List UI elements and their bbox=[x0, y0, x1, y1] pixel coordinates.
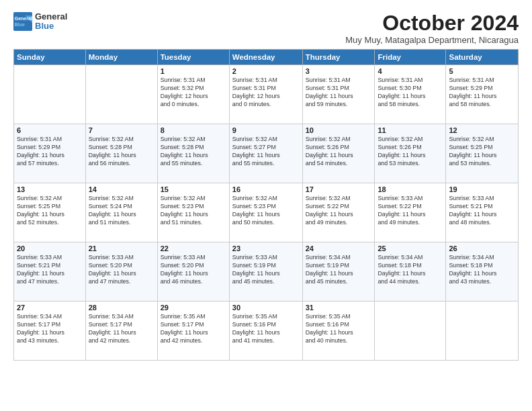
calendar-header-saturday: Saturday bbox=[446, 50, 519, 65]
calendar-cell: 5Sunrise: 5:31 AM Sunset: 5:29 PM Daylig… bbox=[446, 65, 519, 124]
logo-icon: General Blue bbox=[13, 12, 32, 31]
day-number: 2 bbox=[232, 67, 300, 75]
svg-text:Blue: Blue bbox=[15, 22, 25, 27]
day-info: Sunrise: 5:32 AM Sunset: 5:24 PM Dayligh… bbox=[89, 195, 154, 227]
calendar-header-sunday: Sunday bbox=[14, 50, 86, 65]
day-number: 27 bbox=[17, 304, 83, 312]
calendar-cell: 9Sunrise: 5:32 AM Sunset: 5:27 PM Daylig… bbox=[229, 124, 302, 183]
logo: General Blue General Blue bbox=[13, 12, 67, 32]
day-number: 14 bbox=[89, 185, 154, 193]
day-info: Sunrise: 5:32 AM Sunset: 5:26 PM Dayligh… bbox=[306, 136, 372, 168]
day-info: Sunrise: 5:34 AM Sunset: 5:17 PM Dayligh… bbox=[89, 313, 154, 345]
day-info: Sunrise: 5:32 AM Sunset: 5:25 PM Dayligh… bbox=[449, 136, 515, 168]
day-info: Sunrise: 5:34 AM Sunset: 5:19 PM Dayligh… bbox=[306, 254, 372, 286]
calendar-cell: 6Sunrise: 5:31 AM Sunset: 5:29 PM Daylig… bbox=[14, 124, 86, 183]
day-number: 29 bbox=[161, 304, 226, 312]
day-number: 25 bbox=[378, 244, 443, 253]
day-info: Sunrise: 5:33 AM Sunset: 5:19 PM Dayligh… bbox=[232, 254, 300, 286]
day-number: 6 bbox=[17, 126, 83, 134]
day-info: Sunrise: 5:33 AM Sunset: 5:21 PM Dayligh… bbox=[449, 195, 515, 227]
day-info: Sunrise: 5:32 AM Sunset: 5:23 PM Dayligh… bbox=[232, 195, 300, 227]
calendar-cell: 7Sunrise: 5:32 AM Sunset: 5:28 PM Daylig… bbox=[85, 124, 157, 183]
title-block: October 2024 Muy Muy, Matagalpa Departme… bbox=[345, 12, 519, 45]
calendar-cell: 27Sunrise: 5:34 AM Sunset: 5:17 PM Dayli… bbox=[14, 302, 86, 361]
day-info: Sunrise: 5:34 AM Sunset: 5:18 PM Dayligh… bbox=[378, 254, 443, 286]
day-info: Sunrise: 5:32 AM Sunset: 5:27 PM Dayligh… bbox=[232, 136, 300, 168]
calendar-cell: 23Sunrise: 5:33 AM Sunset: 5:19 PM Dayli… bbox=[229, 242, 302, 302]
calendar-cell: 13Sunrise: 5:32 AM Sunset: 5:25 PM Dayli… bbox=[14, 183, 86, 242]
calendar-cell: 24Sunrise: 5:34 AM Sunset: 5:19 PM Dayli… bbox=[302, 242, 375, 302]
day-number: 28 bbox=[89, 304, 154, 312]
calendar-header-wednesday: Wednesday bbox=[229, 50, 302, 65]
calendar-cell: 17Sunrise: 5:32 AM Sunset: 5:22 PM Dayli… bbox=[302, 183, 375, 242]
day-number: 20 bbox=[17, 244, 83, 253]
calendar-table: SundayMondayTuesdayWednesdayThursdayFrid… bbox=[13, 49, 519, 361]
day-number: 13 bbox=[17, 185, 83, 193]
day-number: 5 bbox=[449, 67, 515, 75]
day-info: Sunrise: 5:31 AM Sunset: 5:32 PM Dayligh… bbox=[161, 77, 226, 109]
day-number: 7 bbox=[89, 126, 154, 134]
calendar-cell: 8Sunrise: 5:32 AM Sunset: 5:28 PM Daylig… bbox=[157, 124, 229, 183]
day-info: Sunrise: 5:31 AM Sunset: 5:29 PM Dayligh… bbox=[17, 136, 83, 168]
calendar-header-row: SundayMondayTuesdayWednesdayThursdayFrid… bbox=[14, 50, 519, 65]
day-number: 23 bbox=[232, 244, 300, 253]
day-info: Sunrise: 5:31 AM Sunset: 5:31 PM Dayligh… bbox=[232, 77, 300, 109]
day-number: 17 bbox=[306, 185, 372, 193]
day-info: Sunrise: 5:31 AM Sunset: 5:29 PM Dayligh… bbox=[449, 77, 515, 109]
calendar-cell: 12Sunrise: 5:32 AM Sunset: 5:25 PM Dayli… bbox=[446, 124, 519, 183]
calendar-cell: 19Sunrise: 5:33 AM Sunset: 5:21 PM Dayli… bbox=[446, 183, 519, 242]
day-number: 4 bbox=[378, 67, 443, 75]
day-info: Sunrise: 5:33 AM Sunset: 5:20 PM Dayligh… bbox=[89, 254, 154, 286]
calendar-header-friday: Friday bbox=[375, 50, 446, 65]
calendar-cell: 4Sunrise: 5:31 AM Sunset: 5:30 PM Daylig… bbox=[375, 65, 446, 124]
calendar-cell: 3Sunrise: 5:31 AM Sunset: 5:31 PM Daylig… bbox=[302, 65, 375, 124]
day-info: Sunrise: 5:34 AM Sunset: 5:18 PM Dayligh… bbox=[449, 254, 515, 286]
calendar-week-3: 13Sunrise: 5:32 AM Sunset: 5:25 PM Dayli… bbox=[14, 183, 519, 242]
day-info: Sunrise: 5:31 AM Sunset: 5:30 PM Dayligh… bbox=[378, 77, 443, 109]
calendar-week-2: 6Sunrise: 5:31 AM Sunset: 5:29 PM Daylig… bbox=[14, 124, 519, 183]
day-info: Sunrise: 5:32 AM Sunset: 5:22 PM Dayligh… bbox=[306, 195, 372, 227]
day-info: Sunrise: 5:32 AM Sunset: 5:28 PM Dayligh… bbox=[89, 136, 154, 168]
day-info: Sunrise: 5:31 AM Sunset: 5:31 PM Dayligh… bbox=[306, 77, 372, 109]
calendar-cell: 14Sunrise: 5:32 AM Sunset: 5:24 PM Dayli… bbox=[85, 183, 157, 242]
calendar-cell: 29Sunrise: 5:35 AM Sunset: 5:17 PM Dayli… bbox=[157, 302, 229, 361]
location: Muy Muy, Matagalpa Department, Nicaragua bbox=[345, 35, 519, 45]
day-number: 8 bbox=[161, 126, 226, 134]
calendar-cell bbox=[85, 65, 157, 124]
day-number: 19 bbox=[449, 185, 515, 193]
svg-rect-0 bbox=[13, 12, 32, 31]
calendar-week-5: 27Sunrise: 5:34 AM Sunset: 5:17 PM Dayli… bbox=[14, 302, 519, 361]
day-number: 21 bbox=[89, 244, 154, 253]
calendar-cell: 21Sunrise: 5:33 AM Sunset: 5:20 PM Dayli… bbox=[85, 242, 157, 302]
day-number: 26 bbox=[449, 244, 515, 253]
calendar-header-monday: Monday bbox=[85, 50, 157, 65]
calendar-cell: 2Sunrise: 5:31 AM Sunset: 5:31 PM Daylig… bbox=[229, 65, 302, 124]
day-number: 22 bbox=[161, 244, 226, 253]
calendar-cell: 18Sunrise: 5:33 AM Sunset: 5:22 PM Dayli… bbox=[375, 183, 446, 242]
day-number: 30 bbox=[232, 304, 300, 312]
calendar-cell bbox=[14, 65, 86, 124]
day-info: Sunrise: 5:33 AM Sunset: 5:21 PM Dayligh… bbox=[17, 254, 83, 286]
calendar-week-1: 1Sunrise: 5:31 AM Sunset: 5:32 PM Daylig… bbox=[14, 65, 519, 124]
day-info: Sunrise: 5:34 AM Sunset: 5:17 PM Dayligh… bbox=[17, 313, 83, 345]
day-info: Sunrise: 5:32 AM Sunset: 5:25 PM Dayligh… bbox=[17, 195, 83, 227]
day-number: 24 bbox=[306, 244, 372, 253]
logo-line1: General bbox=[35, 12, 67, 21]
day-number: 12 bbox=[449, 126, 515, 134]
calendar-page: General Blue General Blue October 2024 M… bbox=[0, 0, 532, 411]
calendar-cell: 11Sunrise: 5:32 AM Sunset: 5:26 PM Dayli… bbox=[375, 124, 446, 183]
day-number: 31 bbox=[306, 304, 372, 312]
svg-text:General: General bbox=[15, 17, 32, 21]
calendar-cell: 20Sunrise: 5:33 AM Sunset: 5:21 PM Dayli… bbox=[14, 242, 86, 302]
day-number: 16 bbox=[232, 185, 300, 193]
day-info: Sunrise: 5:32 AM Sunset: 5:23 PM Dayligh… bbox=[161, 195, 226, 227]
day-info: Sunrise: 5:35 AM Sunset: 5:17 PM Dayligh… bbox=[161, 313, 226, 345]
calendar-cell: 31Sunrise: 5:35 AM Sunset: 5:16 PM Dayli… bbox=[302, 302, 375, 361]
calendar-week-4: 20Sunrise: 5:33 AM Sunset: 5:21 PM Dayli… bbox=[14, 242, 519, 302]
calendar-cell: 30Sunrise: 5:35 AM Sunset: 5:16 PM Dayli… bbox=[229, 302, 302, 361]
day-number: 10 bbox=[306, 126, 372, 134]
day-number: 15 bbox=[161, 185, 226, 193]
calendar-cell: 1Sunrise: 5:31 AM Sunset: 5:32 PM Daylig… bbox=[157, 65, 229, 124]
calendar-cell: 25Sunrise: 5:34 AM Sunset: 5:18 PM Dayli… bbox=[375, 242, 446, 302]
day-number: 3 bbox=[306, 67, 372, 75]
